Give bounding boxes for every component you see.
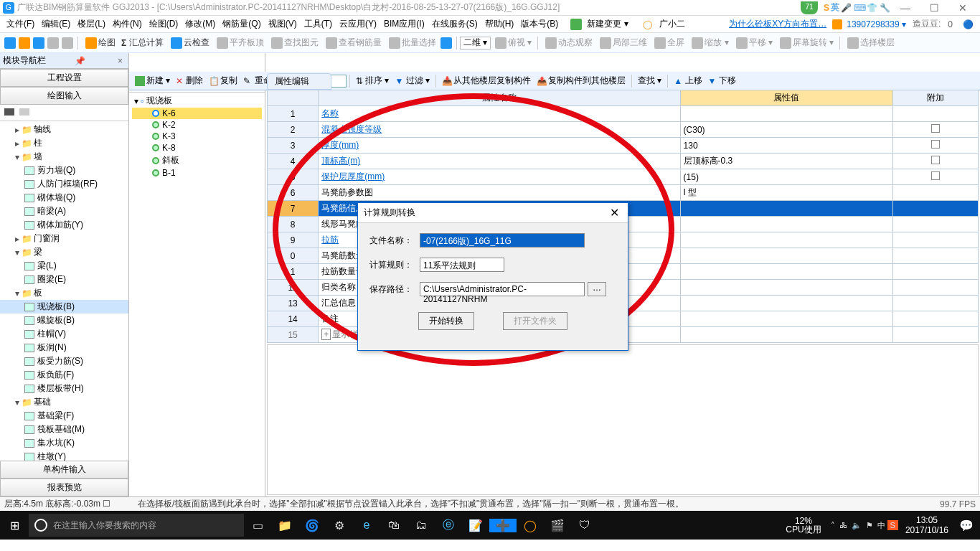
tree-group[interactable]: ▾📁梁 bbox=[0, 245, 128, 259]
nav-close[interactable]: × bbox=[115, 56, 126, 66]
tray-vol-icon[interactable]: 🔈 bbox=[849, 521, 864, 530]
menu-modify[interactable]: 修改(M) bbox=[182, 18, 219, 30]
browse-button[interactable]: … bbox=[588, 282, 606, 296]
tree-group[interactable]: ▾📁墙 bbox=[0, 150, 128, 164]
tray-lang[interactable]: 中 bbox=[875, 520, 887, 531]
taskbar-app-6[interactable]: 🗂 bbox=[407, 519, 435, 532]
menu-component[interactable]: 构件(N) bbox=[109, 18, 146, 30]
select-floor-button[interactable]: 选择楼层 bbox=[843, 37, 897, 49]
undo-icon[interactable] bbox=[47, 37, 59, 49]
taskbar-app-12[interactable]: 🛡 bbox=[571, 519, 598, 532]
flat-top-button[interactable]: 平齐板顶 bbox=[212, 37, 267, 49]
batch-select-button[interactable]: 批量选择 bbox=[385, 37, 439, 49]
tree-item[interactable]: 板洞(N) bbox=[0, 341, 128, 354]
tree-item[interactable]: 楼层板带(H) bbox=[0, 382, 128, 395]
faq-link[interactable]: 为什么砼板XY方向布置… bbox=[723, 18, 832, 30]
open-icon[interactable] bbox=[19, 37, 30, 49]
menu-cloud[interactable]: 云应用(Y) bbox=[336, 18, 380, 30]
tree-item[interactable]: 剪力墙(Q) bbox=[0, 164, 128, 177]
taskbar-app-1[interactable]: 📁 bbox=[271, 519, 298, 532]
rotate-button[interactable]: 屏幕旋转 ▾ bbox=[776, 37, 837, 49]
find-element-button[interactable]: 查找图元 bbox=[267, 37, 321, 49]
ime-logo[interactable]: S bbox=[824, 3, 829, 13]
tree-item[interactable]: 砌体加筋(Y) bbox=[0, 218, 128, 232]
taskbar-app-8[interactable]: 📝 bbox=[462, 519, 489, 532]
component-item[interactable]: K-3 bbox=[132, 131, 262, 142]
ime-voice-icon[interactable]: 🎤 bbox=[841, 3, 851, 13]
property-row[interactable]: 5保护层厚度(mm)(15) bbox=[268, 169, 979, 185]
tray-net-icon[interactable]: 🖧 bbox=[837, 521, 849, 529]
property-row[interactable]: 4顶标高(m)层顶标高-0.3 bbox=[268, 154, 979, 169]
pin-icon[interactable]: 📌 bbox=[75, 56, 85, 66]
tree-item[interactable]: 砌体墙(Q) bbox=[0, 191, 128, 204]
menu-bim[interactable]: BIM应用(I) bbox=[380, 18, 428, 30]
drawing-canvas[interactable] bbox=[267, 344, 979, 495]
tray-flag-icon[interactable]: ⚑ bbox=[864, 521, 875, 530]
dialog-title-bar[interactable]: 计算规则转换 ✕ bbox=[358, 203, 628, 223]
component-root[interactable]: ▾▫ 现浇板 bbox=[132, 94, 262, 108]
taskbar-app-7[interactable]: ⓔ bbox=[435, 518, 462, 533]
property-row[interactable]: 3厚度(mm)130 bbox=[268, 138, 979, 154]
tree-item[interactable]: 梁(L) bbox=[0, 259, 128, 273]
draw-button[interactable]: 绘图 bbox=[81, 37, 118, 49]
orbit-button[interactable]: 动态观察 bbox=[541, 37, 595, 49]
copy-button[interactable]: 📋复制 bbox=[206, 75, 240, 87]
new-change-button[interactable]: 新建变更 ▾ bbox=[583, 18, 631, 30]
local3d-button[interactable]: 局部三维 bbox=[595, 37, 650, 49]
start-button[interactable]: ⊞ bbox=[0, 519, 29, 532]
mode-light-icon[interactable] bbox=[19, 108, 29, 116]
view-rebar-button[interactable]: 查看钢筋量 bbox=[321, 37, 385, 49]
ime-skin-icon[interactable]: 👕 bbox=[867, 3, 877, 13]
tree-item[interactable]: 板受力筋(S) bbox=[0, 354, 128, 368]
redo-icon[interactable] bbox=[62, 37, 73, 49]
taskbar-app-10[interactable]: ◯ bbox=[517, 519, 544, 532]
menu-file[interactable]: 文件(F) bbox=[3, 18, 38, 30]
window-close[interactable]: ✕ bbox=[948, 2, 977, 14]
tree-group[interactable]: ▸📁门窗洞 bbox=[0, 232, 128, 245]
tree-item[interactable]: 螺旋板(B) bbox=[0, 314, 128, 327]
task-view-icon[interactable]: ▭ bbox=[244, 519, 271, 532]
tree-group[interactable]: ▾📁板 bbox=[0, 286, 128, 300]
bean-icon[interactable]: 🔵 bbox=[959, 19, 977, 29]
action-center-icon[interactable]: 💬 bbox=[953, 519, 980, 532]
menu-online[interactable]: 在线服务(S) bbox=[428, 18, 481, 30]
tree-item[interactable]: 筏板基础(M) bbox=[0, 423, 128, 436]
delete-button[interactable]: ✕ 删除 bbox=[173, 75, 205, 87]
mode-icon[interactable] bbox=[440, 37, 452, 49]
new-component-button[interactable]: 新建 ▾ bbox=[132, 75, 173, 87]
tree-item[interactable]: 现浇板(B) bbox=[0, 300, 128, 314]
taskbar-clock[interactable]: 13:052017/10/16 bbox=[901, 515, 953, 535]
view2d-combo[interactable]: 二维 ▾ bbox=[460, 37, 491, 50]
tree-item[interactable]: 暗梁(A) bbox=[0, 204, 128, 218]
tree-item[interactable]: 板负筋(F) bbox=[0, 368, 128, 382]
component-tree[interactable]: ▾▫ 现浇板K-6K-2K-3K-8斜板B-1 bbox=[129, 93, 265, 496]
taskbar-app-11[interactable]: 🎬 bbox=[544, 519, 571, 532]
menu-edit[interactable]: 编辑(E) bbox=[38, 18, 74, 30]
ime-lang[interactable]: 英 bbox=[831, 1, 839, 14]
tray-ime[interactable]: S bbox=[887, 520, 898, 530]
component-item[interactable]: 斜板 bbox=[132, 154, 262, 167]
cloud-check-button[interactable]: 云检查 bbox=[166, 37, 212, 49]
window-minimize[interactable]: — bbox=[891, 2, 920, 14]
menu-view[interactable]: 视图(V) bbox=[265, 18, 301, 30]
category-tree[interactable]: ▸📁轴线▸📁柱▾📁墙剪力墙(Q)人防门框墙(RF)砌体墙(Q)暗梁(A)砌体加筋… bbox=[0, 121, 128, 461]
property-tab[interactable]: 属性编辑 bbox=[267, 73, 331, 90]
ime-tool-icon[interactable]: 🔧 bbox=[880, 3, 890, 13]
taskbar-app-2[interactable]: 🌀 bbox=[298, 519, 326, 532]
menu-draw[interactable]: 绘图(D) bbox=[146, 18, 182, 30]
component-item[interactable]: K-6 bbox=[132, 108, 262, 119]
pan-button[interactable]: 平移 ▾ bbox=[732, 37, 776, 49]
single-input-button[interactable]: 单构件输入 bbox=[0, 461, 128, 479]
user-name[interactable]: 广小二 bbox=[656, 18, 689, 30]
start-convert-button[interactable]: 开始转换 bbox=[418, 312, 474, 330]
taskbar-app-5[interactable]: 🛍 bbox=[380, 519, 407, 532]
filename-input[interactable]: -07(2166版)_16G_11G bbox=[420, 233, 585, 248]
tree-item[interactable]: 柱墩(Y) bbox=[0, 450, 128, 461]
tree-item[interactable]: 基础梁(F) bbox=[0, 409, 128, 423]
taskbar-search[interactable]: 在这里输入你要搜索的内容 bbox=[29, 514, 244, 537]
zoom-button[interactable]: 缩放 ▾ bbox=[687, 37, 731, 49]
tree-item[interactable]: 圈梁(E) bbox=[0, 273, 128, 286]
report-preview-button[interactable]: 报表预览 bbox=[0, 479, 128, 496]
menu-rebar[interactable]: 钢筋量(Q) bbox=[219, 18, 264, 30]
menu-tool[interactable]: 工具(T) bbox=[301, 18, 336, 30]
